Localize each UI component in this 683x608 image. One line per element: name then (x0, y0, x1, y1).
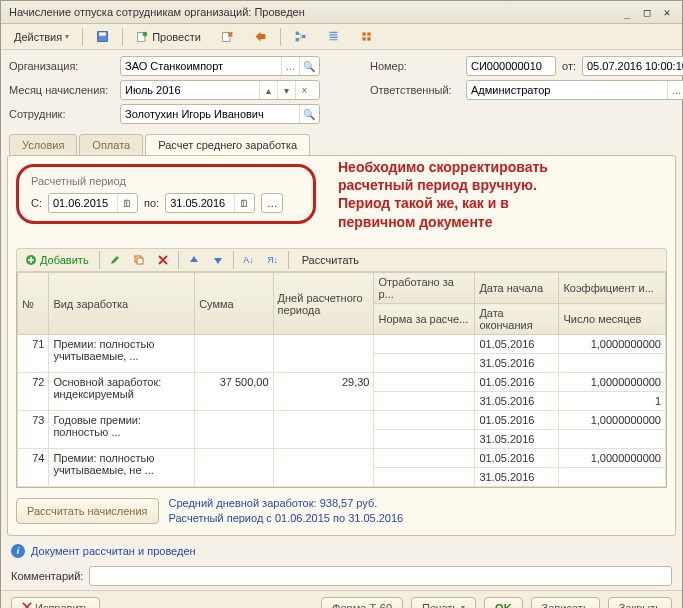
save-button[interactable]: Записать (531, 597, 600, 608)
col-months[interactable]: Число месяцев (559, 304, 666, 335)
ellipsis-icon[interactable]: … (281, 57, 299, 75)
sort-desc-icon[interactable]: Я↓ (264, 251, 282, 269)
comment-label: Комментарий: (11, 570, 83, 582)
maximize-button[interactable]: □ (640, 5, 654, 19)
bottom-bar: Исправить Форма Т-60 Печать ▾ OK Записат… (1, 590, 682, 608)
ellipsis-icon[interactable]: … (667, 81, 683, 99)
calendar-icon[interactable]: 🗓 (234, 194, 252, 212)
from-label: от: (562, 60, 576, 72)
minimize-button[interactable]: _ (620, 5, 634, 19)
col-type[interactable]: Вид заработка (49, 273, 195, 335)
table-row[interactable]: 74Премии: полностью учитываемые, не ...0… (18, 449, 666, 468)
fix-icon (22, 602, 32, 608)
date-field[interactable]: 🗓 (582, 56, 683, 76)
period-from-field[interactable]: 🗓 (48, 193, 138, 213)
copy-icon[interactable] (130, 251, 148, 269)
tab-conditions[interactable]: Условия (9, 134, 77, 155)
structure-icon[interactable] (287, 27, 314, 46)
main-toolbar: Действия ▾ Провести (1, 24, 682, 50)
table-row[interactable]: 71Премии: полностью учитываемые, ...01.0… (18, 335, 666, 354)
svg-rect-9 (367, 32, 370, 35)
period-title: Расчетный период (31, 175, 301, 187)
grid-toolbar: Добавить A↓ Я↓ Рассчитать (16, 248, 667, 272)
add-button[interactable]: Добавить (21, 251, 93, 269)
period-box: Расчетный период С: 🗓 по: 🗓 … (16, 164, 316, 224)
print-button[interactable]: Печать ▾ (411, 597, 476, 608)
open-icon[interactable]: 🔍 (299, 105, 317, 123)
delete-icon[interactable] (154, 251, 172, 269)
ok-button[interactable]: OK (484, 597, 523, 608)
emp-label: Сотрудник: (9, 108, 114, 120)
table-row[interactable]: 72Основной заработок: индексируемый37 50… (18, 373, 666, 392)
spin-down-icon[interactable]: ▾ (277, 81, 295, 99)
tab-panel: Расчетный период С: 🗓 по: 🗓 … Необходимо… (7, 155, 676, 536)
svg-rect-14 (137, 258, 143, 264)
spin-up-icon[interactable]: ▴ (259, 81, 277, 99)
period-to-label: по: (144, 197, 159, 209)
col-no[interactable]: № (18, 273, 49, 335)
calendar-icon[interactable]: 🗓 (117, 194, 135, 212)
col-norm[interactable]: Норма за расче... (374, 304, 475, 335)
conduct-button[interactable]: Провести (129, 27, 208, 46)
col-date-end[interactable]: Дата окончания (475, 304, 559, 335)
emp-field[interactable]: 🔍 (120, 104, 320, 124)
col-days[interactable]: Дней расчетного периода (273, 273, 374, 335)
col-sum[interactable]: Сумма (195, 273, 273, 335)
settings-icon[interactable] (353, 27, 380, 46)
col-worked[interactable]: Отработано за р... (374, 273, 475, 304)
org-field[interactable]: …🔍 (120, 56, 320, 76)
svg-rect-7 (302, 35, 305, 38)
move-down-icon[interactable] (209, 251, 227, 269)
period-to-field[interactable]: 🗓 (165, 193, 255, 213)
info-icon: i (11, 544, 25, 558)
tab-strip: Условия Оплата Расчет среднего заработка (1, 134, 682, 155)
tab-calc[interactable]: Расчет среднего заработка (145, 134, 310, 155)
svg-rect-10 (362, 37, 365, 40)
calc-accruals-button[interactable]: Рассчитать начисления (16, 498, 159, 524)
period-select-button[interactable]: … (261, 193, 283, 213)
titlebar: Начисление отпуска сотрудникам организац… (1, 1, 682, 24)
comment-input[interactable] (89, 566, 672, 586)
status-line: i Документ рассчитан и проведен (1, 540, 682, 562)
svg-point-3 (143, 32, 148, 37)
move-up-icon[interactable] (185, 251, 203, 269)
number-field[interactable] (466, 56, 556, 76)
org-label: Организация: (9, 60, 114, 72)
list-icon[interactable] (320, 27, 347, 46)
form-header: Организация: …🔍 Месяц начисления: ▴▾× Со… (1, 50, 682, 130)
month-field[interactable]: ▴▾× (120, 80, 320, 100)
close-button[interactable]: ✕ (660, 5, 674, 19)
earnings-grid[interactable]: № Вид заработка Сумма Дней расчетного пе… (16, 272, 667, 488)
save-icon[interactable] (89, 27, 116, 46)
form-t60-button[interactable]: Форма Т-60 (321, 597, 403, 608)
number-label: Номер: (370, 60, 460, 72)
svg-rect-6 (296, 38, 299, 41)
fix-button[interactable]: Исправить (11, 597, 100, 608)
window-title: Начисление отпуска сотрудникам организац… (9, 6, 305, 18)
svg-rect-5 (296, 32, 299, 35)
resp-label: Ответственный: (370, 84, 460, 96)
unconduct-icon[interactable] (214, 27, 241, 46)
sort-asc-icon[interactable]: A↓ (240, 251, 258, 269)
tab-payment[interactable]: Оплата (79, 134, 143, 155)
actions-menu[interactable]: Действия ▾ (7, 28, 76, 46)
edit-icon[interactable] (106, 251, 124, 269)
close-button[interactable]: Закрыть (608, 597, 672, 608)
svg-rect-11 (367, 37, 370, 40)
table-row[interactable]: 73Годовые премии: полностью ...01.05.201… (18, 411, 666, 430)
period-from-label: С: (31, 197, 42, 209)
svg-rect-1 (99, 32, 106, 35)
annotation-text: Необходимо скорректировать расчетный пер… (338, 158, 658, 231)
resp-field[interactable]: …🔍 (466, 80, 683, 100)
col-date-start[interactable]: Дата начала (475, 273, 559, 304)
clear-icon[interactable]: × (295, 81, 313, 99)
recalc-button[interactable]: Рассчитать (295, 251, 366, 269)
col-coef[interactable]: Коэффициент и... (559, 273, 666, 304)
svg-rect-8 (362, 32, 365, 35)
summary-text: Средний дневной заработок: 938,57 руб. Р… (169, 496, 404, 527)
movement-icon[interactable] (247, 27, 274, 46)
status-text: Документ рассчитан и проведен (31, 545, 196, 557)
open-icon[interactable]: 🔍 (299, 57, 317, 75)
month-label: Месяц начисления: (9, 84, 114, 96)
